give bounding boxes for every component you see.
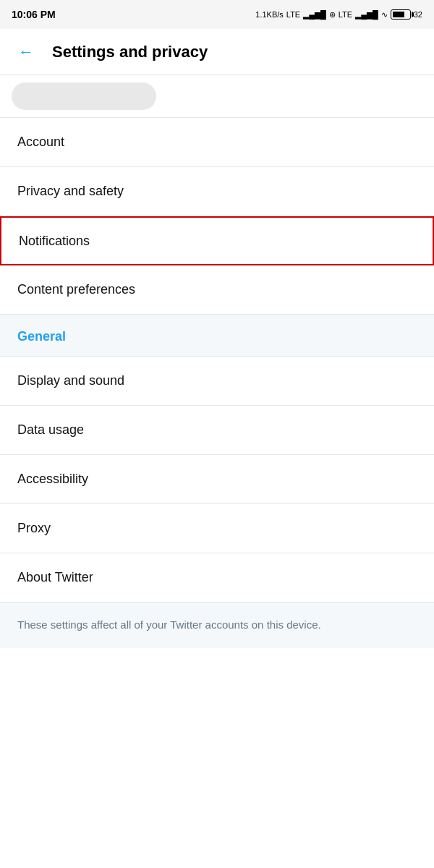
menu-item-privacy-label: Privacy and safety — [17, 184, 124, 199]
general-section-header: General — [0, 315, 434, 357]
menu-item-content[interactable]: Content preferences — [0, 265, 434, 315]
menu-item-proxy[interactable]: Proxy — [0, 504, 434, 553]
menu-item-about-label: About Twitter — [17, 570, 93, 585]
menu-item-data-label: Data usage — [17, 422, 84, 438]
battery-icon — [391, 9, 411, 20]
footer-section: These settings affect all of your Twitte… — [0, 603, 434, 648]
menu-item-account[interactable]: Account — [0, 118, 434, 167]
back-button[interactable]: ← — [12, 38, 41, 67]
menu-item-privacy[interactable]: Privacy and safety — [0, 167, 434, 216]
menu-item-accessibility-label: Accessibility — [17, 472, 88, 487]
general-menu-section: Display and sound Data usage Accessibili… — [0, 357, 434, 603]
wifi-signal: LTE — [339, 10, 352, 19]
page-title: Settings and privacy — [52, 43, 208, 61]
menu-item-content-label: Content preferences — [17, 282, 135, 297]
signal-icon: LTE — [286, 10, 300, 19]
menu-item-about[interactable]: About Twitter — [0, 553, 434, 603]
app-header: ← Settings and privacy — [0, 29, 434, 75]
wifi-icon: ⊛ — [329, 10, 336, 20]
search-bar[interactable] — [12, 82, 156, 110]
menu-item-display[interactable]: Display and sound — [0, 357, 434, 406]
search-container — [0, 75, 434, 118]
back-arrow-icon: ← — [18, 43, 34, 61]
signal-bars2-icon: ▂▄▆█ — [355, 10, 378, 20]
top-menu-section: Account Privacy and safety Notifications… — [0, 118, 434, 315]
menu-item-accessibility[interactable]: Accessibility — [0, 455, 434, 504]
status-time: 10:06 PM — [12, 9, 56, 20]
data-speed: 1.1KB/s — [255, 10, 284, 19]
menu-item-account-label: Account — [17, 135, 64, 150]
status-icons: 1.1KB/s LTE ▂▄▆█ ⊛ LTE ▂▄▆█ ∿ 32 — [255, 9, 422, 20]
menu-item-proxy-label: Proxy — [17, 521, 51, 536]
general-section-label: General — [17, 329, 66, 344]
status-bar: 10:06 PM 1.1KB/s LTE ▂▄▆█ ⊛ LTE ▂▄▆█ ∿ 3… — [0, 0, 434, 29]
battery-level: 32 — [414, 10, 422, 19]
menu-item-data[interactable]: Data usage — [0, 406, 434, 455]
menu-item-notifications[interactable]: Notifications — [0, 216, 434, 265]
menu-item-notifications-label: Notifications — [19, 234, 90, 249]
wifi2-icon: ∿ — [381, 10, 388, 20]
footer-note-text: These settings affect all of your Twitte… — [17, 618, 321, 631]
signal-bars-icon: ▂▄▆█ — [303, 10, 326, 20]
menu-item-display-label: Display and sound — [17, 373, 124, 388]
